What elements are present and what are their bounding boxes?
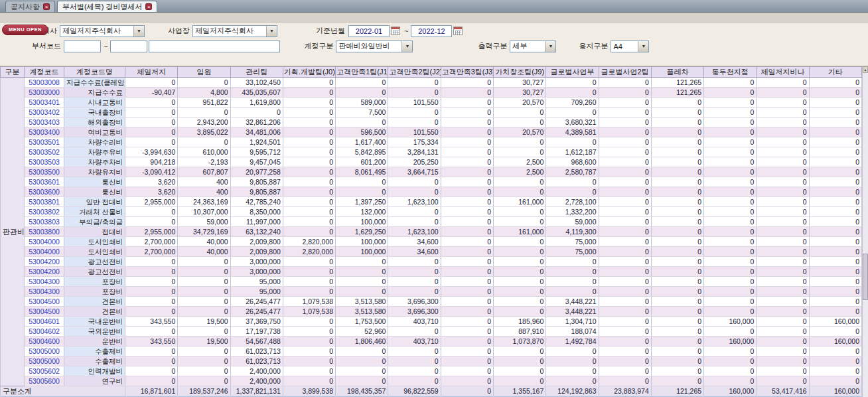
value-cell[interactable]: 0 xyxy=(336,357,388,366)
account-name-cell[interactable]: 수출제비 xyxy=(64,347,125,357)
value-cell[interactable]: 0 xyxy=(546,187,599,197)
value-cell[interactable]: 0 xyxy=(283,137,335,147)
table-row[interactable]: 53004600운반비343,55019,50054,567,48801,806… xyxy=(1,337,862,347)
value-cell[interactable]: 0 xyxy=(809,137,861,147)
dept-code-from-input[interactable] xyxy=(64,40,101,52)
value-cell[interactable]: 0 xyxy=(546,287,599,297)
value-cell[interactable]: 2,400,000 xyxy=(230,376,283,386)
output-class-select[interactable]: 세부 ▼ xyxy=(510,40,556,52)
value-cell[interactable]: 0 xyxy=(809,217,861,227)
value-cell[interactable]: 0 xyxy=(388,287,441,297)
value-cell[interactable]: 0 xyxy=(757,177,809,187)
value-cell[interactable]: 0 xyxy=(757,277,809,287)
table-row[interactable]: 53003802거래처 선물비010,307,0008,350,0000132,… xyxy=(1,207,862,217)
account-name-cell[interactable]: 국외운반비 xyxy=(64,327,125,337)
account-class-select[interactable]: 판매비와일반비 ▼ xyxy=(336,40,413,52)
value-cell[interactable]: 0 xyxy=(441,307,493,317)
value-cell[interactable]: 0 xyxy=(599,366,651,376)
value-cell[interactable]: 0 xyxy=(809,118,861,127)
subtotal-row[interactable]: 구분소계16,871,601189,537,2461,337,821,1313,… xyxy=(1,386,862,396)
value-cell[interactable]: 0 xyxy=(757,317,809,327)
value-cell[interactable]: 403,710 xyxy=(388,317,441,327)
value-cell[interactable]: 0 xyxy=(651,177,703,187)
value-cell[interactable]: 0 xyxy=(757,307,809,317)
value-cell[interactable]: 0 xyxy=(283,207,335,217)
account-name-cell[interactable]: 여비교통비 xyxy=(64,127,125,137)
value-cell[interactable]: 2,700,000 xyxy=(125,247,178,257)
account-name-cell[interactable]: 수출제비 xyxy=(64,357,125,366)
value-cell[interactable]: 30,727 xyxy=(493,78,545,88)
value-cell[interactable]: 0 xyxy=(704,118,757,127)
value-cell[interactable]: 0 xyxy=(599,217,651,227)
value-cell[interactable]: 0 xyxy=(704,267,757,277)
value-cell[interactable]: 0 xyxy=(388,267,441,277)
value-cell[interactable]: 2,955,000 xyxy=(125,197,178,207)
value-cell[interactable]: 596,500 xyxy=(336,127,388,137)
value-cell[interactable]: 0 xyxy=(336,177,388,187)
value-cell[interactable]: 0 xyxy=(336,366,388,376)
value-cell[interactable]: 1,332,200 xyxy=(546,207,599,217)
table-row[interactable]: 53005000수출제비0061,023,71300000000000 xyxy=(1,347,862,357)
value-cell[interactable]: 0 xyxy=(704,257,757,267)
value-cell[interactable]: 0 xyxy=(809,147,861,157)
value-cell[interactable]: 0 xyxy=(704,357,757,366)
table-row[interactable]: 53004601국내운반비343,55019,50037,369,75001,7… xyxy=(1,317,862,327)
table-row[interactable]: 53003601통신비3,6204009,805,88700000000000 xyxy=(1,177,862,187)
value-cell[interactable]: 121,265 xyxy=(651,386,703,396)
value-cell[interactable]: 161,000 xyxy=(493,197,545,207)
account-name-cell[interactable]: 시내교통비 xyxy=(64,98,125,108)
account-code-cell[interactable]: 53003802 xyxy=(25,207,64,217)
value-cell[interactable]: 1,629,250 xyxy=(336,227,388,237)
value-cell[interactable]: 2,009,800 xyxy=(230,247,283,257)
value-cell[interactable]: 0 xyxy=(757,247,809,257)
value-cell[interactable]: 188,074 xyxy=(546,327,599,337)
value-cell[interactable]: 0 xyxy=(283,317,335,327)
company-select[interactable]: 제일저지주식회사 ▼ xyxy=(60,25,145,37)
value-cell[interactable]: 205,250 xyxy=(388,157,441,167)
value-cell[interactable]: 26,245,477 xyxy=(230,297,283,307)
value-cell[interactable]: 0 xyxy=(757,227,809,237)
table-row[interactable]: 53003801일반 접대비2,955,00024,363,16942,785,… xyxy=(1,197,862,207)
value-cell[interactable]: 3,620 xyxy=(125,187,178,197)
account-code-cell[interactable]: 53004200 xyxy=(25,267,64,277)
value-cell[interactable]: 0 xyxy=(599,118,651,127)
account-code-cell[interactable]: 53003503 xyxy=(25,157,64,167)
account-code-cell[interactable]: 53003600 xyxy=(25,187,64,197)
value-cell[interactable]: 0 xyxy=(599,247,651,257)
value-cell[interactable]: 1,073,870 xyxy=(493,337,545,347)
value-cell[interactable]: 3,664,715 xyxy=(388,167,441,177)
value-cell[interactable]: 0 xyxy=(757,98,809,108)
value-cell[interactable]: 0 xyxy=(599,347,651,357)
value-cell[interactable]: 1,337,821,131 xyxy=(230,386,283,396)
value-cell[interactable]: 160,000 xyxy=(809,386,861,396)
value-cell[interactable]: 20,570 xyxy=(493,127,545,137)
value-cell[interactable]: 3,899,538 xyxy=(283,386,335,396)
value-cell[interactable]: 0 xyxy=(546,366,599,376)
value-cell[interactable]: 3,513,580 xyxy=(336,307,388,317)
value-cell[interactable]: 0 xyxy=(704,137,757,147)
value-cell[interactable]: 0 xyxy=(651,357,703,366)
value-cell[interactable]: 75,000 xyxy=(546,237,599,247)
table-row[interactable]: 53003501차량수리비001,924,50101,617,400175,33… xyxy=(1,137,862,147)
value-cell[interactable]: 121,265 xyxy=(651,88,703,98)
account-name-cell[interactable]: 접대비 xyxy=(64,227,125,237)
account-name-cell[interactable]: 일반 접대비 xyxy=(64,197,125,207)
value-cell[interactable]: 1,924,501 xyxy=(230,137,283,147)
value-cell[interactable]: 0 xyxy=(283,257,335,267)
value-cell[interactable]: 3,284,131 xyxy=(388,147,441,157)
paper-class-select[interactable]: A4 ▼ xyxy=(611,40,649,52)
value-cell[interactable]: 34,600 xyxy=(388,237,441,247)
value-cell[interactable]: 0 xyxy=(704,147,757,157)
value-cell[interactable]: 0 xyxy=(336,118,388,127)
value-cell[interactable]: 0 xyxy=(388,366,441,376)
tab-close-icon[interactable]: × xyxy=(145,3,152,10)
value-cell[interactable]: 0 xyxy=(283,227,335,237)
value-cell[interactable]: 0 xyxy=(809,197,861,207)
value-cell[interactable]: 19,500 xyxy=(178,337,230,347)
value-cell[interactable]: 0 xyxy=(336,267,388,277)
value-cell[interactable]: 0 xyxy=(125,307,178,317)
value-cell[interactable]: 0 xyxy=(809,78,861,88)
value-cell[interactable]: 0 xyxy=(809,287,861,297)
table-row[interactable]: 53003403해외출장비02,943,20032,861,206000003,… xyxy=(1,118,862,127)
value-cell[interactable]: 0 xyxy=(704,108,757,118)
